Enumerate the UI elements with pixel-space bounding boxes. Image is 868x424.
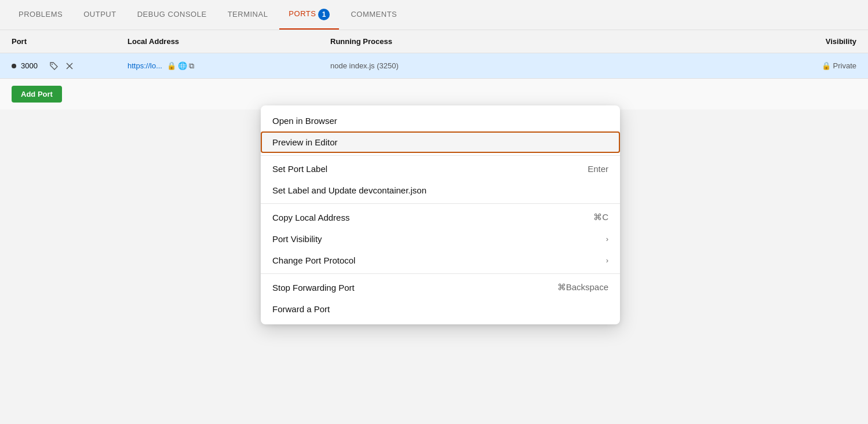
tab-ports[interactable]: PORTS1 bbox=[279, 1, 339, 30]
menu-item-label-stop-forwarding: Stop Forwarding Port bbox=[272, 283, 355, 293]
tab-output[interactable]: OUTPUT bbox=[74, 2, 125, 28]
row-local-cell: https://lo... 🔒 🌐 ⧉ bbox=[127, 61, 330, 71]
copy-icon: ⧉ bbox=[189, 61, 194, 71]
menu-item-open-browser[interactable]: Open in Browser bbox=[261, 110, 620, 131]
tab-comments[interactable]: COMMENTS bbox=[341, 2, 406, 28]
table-row[interactable]: 3000 https://lo... 🔒 bbox=[0, 53, 868, 79]
context-menu: Open in BrowserPreview in EditorSet Port… bbox=[261, 105, 620, 324]
menu-item-chevron-change-port-protocol: › bbox=[606, 256, 608, 265]
tab-problems[interactable]: PROBLEMS bbox=[9, 2, 72, 28]
tab-ports-badge: 1 bbox=[318, 9, 330, 20]
row-port-cell: 3000 bbox=[12, 60, 127, 72]
menu-section-3: Stop Forwarding Port⌘BackspaceForward a … bbox=[261, 273, 620, 322]
col-header-local: Local Address bbox=[127, 37, 330, 46]
table-header: Port Local Address Running Process Visib… bbox=[0, 30, 868, 53]
tab-terminal[interactable]: TERMINAL bbox=[218, 2, 278, 28]
menu-section-1: Set Port LabelEnterSet Label and Update … bbox=[261, 155, 620, 203]
menu-item-change-port-protocol[interactable]: Change Port Protocol› bbox=[261, 250, 620, 271]
menu-item-label-port-visibility: Port Visibility bbox=[272, 234, 322, 244]
menu-item-label-change-port-protocol: Change Port Protocol bbox=[272, 255, 355, 265]
col-header-visibility: Visibility bbox=[764, 37, 856, 46]
lock-small-icon: 🔒 bbox=[167, 61, 176, 70]
panel-content: Port Local Address Running Process Visib… bbox=[0, 30, 868, 109]
menu-item-shortcut-copy-local-address: ⌘C bbox=[593, 212, 608, 222]
menu-item-label-set-label-update: Set Label and Update devcontainer.json bbox=[272, 185, 426, 195]
menu-item-set-port-label[interactable]: Set Port LabelEnter bbox=[261, 158, 620, 180]
row-process-cell: node index.js (3250) bbox=[330, 61, 764, 70]
menu-item-shortcut-set-port-label: Enter bbox=[588, 164, 608, 174]
menu-item-stop-forwarding[interactable]: Stop Forwarding Port⌘Backspace bbox=[261, 276, 620, 298]
col-header-process: Running Process bbox=[330, 37, 764, 46]
row-visibility-cell: 🔒 Private bbox=[764, 61, 856, 70]
menu-item-label-copy-local-address: Copy Local Address bbox=[272, 213, 349, 222]
menu-item-label-open-browser: Open in Browser bbox=[272, 116, 337, 126]
port-status-dot bbox=[12, 64, 16, 68]
tab-bar: PROBLEMSOUTPUTDEBUG CONSOLETERMINALPORTS… bbox=[0, 0, 868, 30]
svg-point-0 bbox=[52, 64, 53, 65]
close-icon-button[interactable] bbox=[63, 61, 76, 71]
menu-item-shortcut-stop-forwarding: ⌘Backspace bbox=[557, 282, 608, 293]
local-address-icons: 🔒 🌐 ⧉ bbox=[167, 61, 194, 71]
menu-item-set-label-update[interactable]: Set Label and Update devcontainer.json bbox=[261, 180, 620, 201]
add-port-button[interactable]: Add Port bbox=[12, 86, 62, 103]
visibility-text: Private bbox=[833, 61, 856, 70]
row-actions bbox=[47, 60, 76, 72]
local-address-text: https://lo... bbox=[127, 61, 162, 70]
menu-item-chevron-port-visibility: › bbox=[606, 235, 608, 243]
menu-item-port-visibility[interactable]: Port Visibility› bbox=[261, 228, 620, 250]
col-header-port: Port bbox=[12, 37, 127, 46]
menu-section-2: Copy Local Address⌘CPort Visibility›Chan… bbox=[261, 203, 620, 273]
menu-section-0: Open in BrowserPreview in Editor bbox=[261, 108, 620, 155]
port-number: 3000 bbox=[21, 61, 38, 70]
tag-icon-button[interactable] bbox=[47, 60, 61, 72]
tab-debug-console[interactable]: DEBUG CONSOLE bbox=[128, 2, 216, 28]
menu-item-label-preview-editor: Preview in Editor bbox=[272, 137, 338, 147]
menu-item-forward-port[interactable]: Forward a Port bbox=[261, 298, 620, 320]
globe-icon: 🌐 bbox=[178, 61, 187, 70]
menu-item-preview-editor[interactable]: Preview in Editor bbox=[261, 131, 620, 153]
menu-item-copy-local-address[interactable]: Copy Local Address⌘C bbox=[261, 206, 620, 228]
lock-icon: 🔒 bbox=[822, 61, 831, 70]
menu-item-label-set-port-label: Set Port Label bbox=[272, 164, 327, 174]
menu-item-label-forward-port: Forward a Port bbox=[272, 304, 330, 314]
